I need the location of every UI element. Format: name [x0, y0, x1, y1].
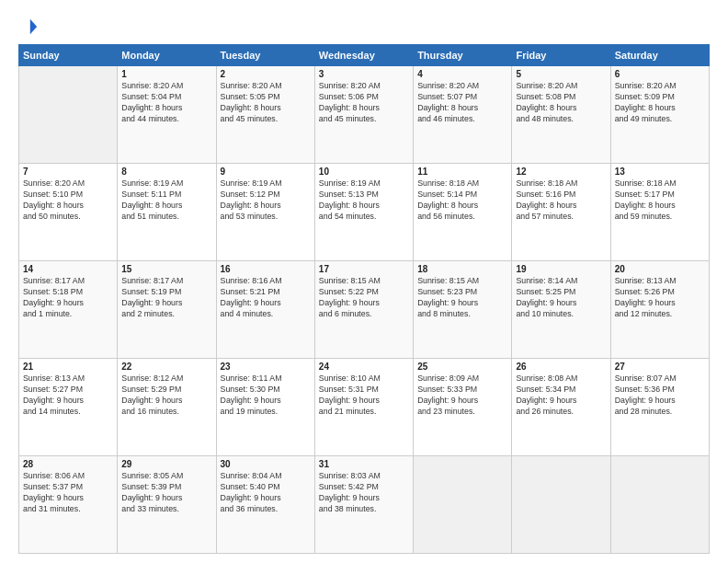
cell-info: Sunrise: 8:08 AM Sunset: 5:34 PM Dayligh… [516, 373, 606, 418]
weekday-header-sunday: Sunday [19, 45, 118, 66]
cell-info: Sunrise: 8:10 AM Sunset: 5:31 PM Dayligh… [319, 373, 409, 418]
week-row-3: 14Sunrise: 8:17 AM Sunset: 5:18 PM Dayli… [19, 261, 710, 359]
cell-info: Sunrise: 8:20 AM Sunset: 5:05 PM Dayligh… [221, 81, 311, 125]
cell-date: 19 [516, 264, 606, 274]
weekday-header-tuesday: Tuesday [216, 45, 314, 66]
cell-info: Sunrise: 8:12 AM Sunset: 5:29 PM Dayligh… [121, 373, 211, 418]
cell-date: 1 [121, 69, 211, 79]
cell-date: 9 [221, 167, 311, 177]
cell-info: Sunrise: 8:19 AM Sunset: 5:13 PM Dayligh… [319, 178, 409, 223]
cell-info: Sunrise: 8:20 AM Sunset: 5:09 PM Dayligh… [615, 81, 705, 125]
page: SundayMondayTuesdayWednesdayThursdayFrid… [0, 0, 728, 563]
calendar-cell: 10Sunrise: 8:19 AM Sunset: 5:13 PM Dayli… [314, 164, 413, 261]
cell-date: 18 [417, 264, 507, 274]
weekday-header-wednesday: Wednesday [314, 45, 413, 66]
calendar-cell: 3Sunrise: 8:20 AM Sunset: 5:06 PM Daylig… [314, 66, 413, 164]
cell-info: Sunrise: 8:18 AM Sunset: 5:16 PM Dayligh… [516, 178, 606, 223]
cell-date: 15 [121, 264, 211, 274]
cell-info: Sunrise: 8:20 AM Sunset: 5:07 PM Dayligh… [417, 81, 507, 125]
cell-date: 28 [23, 459, 113, 469]
calendar-cell [512, 456, 610, 554]
cell-date: 3 [319, 69, 409, 79]
calendar-cell: 20Sunrise: 8:13 AM Sunset: 5:26 PM Dayli… [610, 261, 709, 359]
cell-info: Sunrise: 8:19 AM Sunset: 5:12 PM Dayligh… [221, 178, 311, 223]
cell-date: 29 [121, 459, 211, 469]
calendar-cell: 12Sunrise: 8:18 AM Sunset: 5:16 PM Dayli… [512, 164, 610, 261]
cell-info: Sunrise: 8:20 AM Sunset: 5:08 PM Dayligh… [516, 81, 606, 125]
cell-info: Sunrise: 8:19 AM Sunset: 5:11 PM Dayligh… [121, 178, 211, 223]
cell-info: Sunrise: 8:20 AM Sunset: 5:06 PM Dayligh… [319, 81, 409, 125]
week-row-5: 28Sunrise: 8:06 AM Sunset: 5:37 PM Dayli… [19, 456, 710, 554]
cell-info: Sunrise: 8:13 AM Sunset: 5:26 PM Dayligh… [615, 276, 705, 320]
calendar-cell: 29Sunrise: 8:05 AM Sunset: 5:39 PM Dayli… [118, 456, 216, 554]
cell-info: Sunrise: 8:15 AM Sunset: 5:22 PM Dayligh… [319, 276, 409, 320]
cell-date: 24 [319, 362, 409, 372]
cell-date: 25 [417, 362, 507, 372]
calendar-cell: 24Sunrise: 8:10 AM Sunset: 5:31 PM Dayli… [314, 359, 413, 456]
calendar-cell: 22Sunrise: 8:12 AM Sunset: 5:29 PM Dayli… [118, 359, 216, 456]
weekday-header-saturday: Saturday [610, 45, 709, 66]
cell-info: Sunrise: 8:06 AM Sunset: 5:37 PM Dayligh… [23, 471, 113, 515]
calendar-cell: 14Sunrise: 8:17 AM Sunset: 5:18 PM Dayli… [19, 261, 118, 359]
cell-date: 26 [516, 362, 606, 372]
calendar-cell [414, 456, 512, 554]
cell-date: 7 [23, 167, 113, 177]
calendar-cell: 19Sunrise: 8:14 AM Sunset: 5:25 PM Dayli… [512, 261, 610, 359]
cell-date: 12 [516, 167, 606, 177]
cell-info: Sunrise: 8:03 AM Sunset: 5:42 PM Dayligh… [319, 471, 409, 515]
calendar-cell: 1Sunrise: 8:20 AM Sunset: 5:04 PM Daylig… [118, 66, 216, 164]
weekday-header-friday: Friday [512, 45, 610, 66]
cell-date: 30 [221, 459, 311, 469]
cell-date: 14 [23, 264, 113, 274]
cell-date: 22 [121, 362, 211, 372]
calendar-cell: 17Sunrise: 8:15 AM Sunset: 5:22 PM Dayli… [314, 261, 413, 359]
week-row-4: 21Sunrise: 8:13 AM Sunset: 5:27 PM Dayli… [19, 359, 710, 456]
cell-info: Sunrise: 8:18 AM Sunset: 5:14 PM Dayligh… [417, 178, 507, 223]
calendar-cell: 27Sunrise: 8:07 AM Sunset: 5:36 PM Dayli… [610, 359, 709, 456]
calendar-cell: 8Sunrise: 8:19 AM Sunset: 5:11 PM Daylig… [118, 164, 216, 261]
cell-date: 27 [615, 362, 705, 372]
calendar-cell: 5Sunrise: 8:20 AM Sunset: 5:08 PM Daylig… [512, 66, 610, 164]
calendar-cell: 26Sunrise: 8:08 AM Sunset: 5:34 PM Dayli… [512, 359, 610, 456]
calendar-cell: 13Sunrise: 8:18 AM Sunset: 5:17 PM Dayli… [610, 164, 709, 261]
cell-info: Sunrise: 8:14 AM Sunset: 5:25 PM Dayligh… [516, 276, 606, 320]
calendar-cell: 2Sunrise: 8:20 AM Sunset: 5:05 PM Daylig… [216, 66, 314, 164]
cell-info: Sunrise: 8:18 AM Sunset: 5:17 PM Dayligh… [615, 178, 705, 223]
calendar-cell [19, 66, 118, 164]
cell-date: 2 [221, 69, 311, 79]
cell-info: Sunrise: 8:17 AM Sunset: 5:19 PM Dayligh… [121, 276, 211, 320]
cell-date: 13 [615, 167, 705, 177]
calendar-cell: 11Sunrise: 8:18 AM Sunset: 5:14 PM Dayli… [414, 164, 512, 261]
calendar-cell: 4Sunrise: 8:20 AM Sunset: 5:07 PM Daylig… [414, 66, 512, 164]
calendar-cell: 6Sunrise: 8:20 AM Sunset: 5:09 PM Daylig… [610, 66, 709, 164]
header [18, 17, 710, 37]
weekday-header-monday: Monday [118, 45, 216, 66]
cell-info: Sunrise: 8:13 AM Sunset: 5:27 PM Dayligh… [23, 373, 113, 418]
week-row-1: 1Sunrise: 8:20 AM Sunset: 5:04 PM Daylig… [19, 66, 710, 164]
logo-icon [18, 17, 39, 37]
cell-date: 10 [319, 167, 409, 177]
week-row-2: 7Sunrise: 8:20 AM Sunset: 5:10 PM Daylig… [19, 164, 710, 261]
cell-info: Sunrise: 8:16 AM Sunset: 5:21 PM Dayligh… [221, 276, 311, 320]
cell-info: Sunrise: 8:05 AM Sunset: 5:39 PM Dayligh… [121, 471, 211, 515]
calendar-cell: 15Sunrise: 8:17 AM Sunset: 5:19 PM Dayli… [118, 261, 216, 359]
calendar-cell [610, 456, 709, 554]
cell-date: 11 [417, 167, 507, 177]
calendar-cell: 28Sunrise: 8:06 AM Sunset: 5:37 PM Dayli… [19, 456, 118, 554]
calendar-cell: 7Sunrise: 8:20 AM Sunset: 5:10 PM Daylig… [19, 164, 118, 261]
calendar-cell: 23Sunrise: 8:11 AM Sunset: 5:30 PM Dayli… [216, 359, 314, 456]
cell-info: Sunrise: 8:07 AM Sunset: 5:36 PM Dayligh… [615, 373, 705, 418]
cell-date: 31 [319, 459, 409, 469]
svg-marker-0 [30, 19, 37, 35]
calendar-cell: 25Sunrise: 8:09 AM Sunset: 5:33 PM Dayli… [414, 359, 512, 456]
calendar-cell: 18Sunrise: 8:15 AM Sunset: 5:23 PM Dayli… [414, 261, 512, 359]
cell-date: 16 [221, 264, 311, 274]
cell-date: 4 [417, 69, 507, 79]
cell-info: Sunrise: 8:04 AM Sunset: 5:40 PM Dayligh… [221, 471, 311, 515]
cell-date: 21 [23, 362, 113, 372]
cell-info: Sunrise: 8:11 AM Sunset: 5:30 PM Dayligh… [221, 373, 311, 418]
cell-info: Sunrise: 8:20 AM Sunset: 5:10 PM Dayligh… [23, 178, 113, 223]
cell-date: 23 [221, 362, 311, 372]
calendar-table: SundayMondayTuesdayWednesdayThursdayFrid… [18, 44, 710, 554]
cell-info: Sunrise: 8:20 AM Sunset: 5:04 PM Dayligh… [121, 81, 211, 125]
